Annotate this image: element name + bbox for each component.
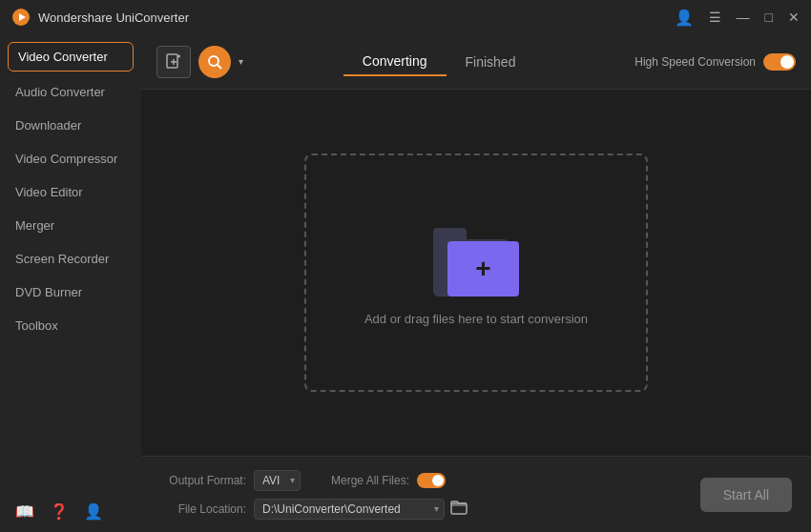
sidebar: Video Converter Audio Converter Download… <box>0 34 141 532</box>
merge-files-label: Merge All Files: <box>323 474 409 487</box>
sidebar-item-downloader[interactable]: Downloader <box>0 109 141 142</box>
menu-button[interactable]: ☰ <box>709 10 721 24</box>
sidebar-item-screen-recorder[interactable]: Screen Recorder <box>0 242 141 276</box>
high-speed-label: High Speed Conversion <box>634 55 756 69</box>
svg-point-7 <box>209 56 218 66</box>
close-button[interactable]: ✕ <box>788 10 800 24</box>
browse-folder-button[interactable] <box>450 500 468 519</box>
sidebar-item-video-compressor[interactable]: Video Compressor <box>0 142 141 175</box>
file-location-row: File Location: <box>160 499 681 520</box>
plus-icon: + <box>475 256 490 282</box>
file-location-input[interactable] <box>254 499 445 520</box>
folder-icon: + <box>433 220 519 297</box>
sidebar-bottom: 📖 ❓ 👤 <box>0 491 141 532</box>
sidebar-item-audio-converter[interactable]: Audio Converter <box>0 75 141 109</box>
app-icon <box>11 8 31 27</box>
drop-zone-container: + Add or drag files here to start conver… <box>141 90 811 456</box>
sidebar-item-merger[interactable]: Merger <box>0 209 141 242</box>
high-speed-conversion: High Speed Conversion <box>634 53 796 71</box>
file-location-select-wrap <box>254 499 445 520</box>
svg-line-8 <box>218 65 221 69</box>
app-title: Wondershare UniConverter <box>38 10 189 25</box>
merge-files-toggle[interactable] <box>417 473 446 488</box>
footer: Output Format: AVI Merge All Files: File… <box>141 456 811 532</box>
question-icon[interactable]: ❓ <box>50 502 69 521</box>
footer-fields: Output Format: AVI Merge All Files: File… <box>160 470 681 520</box>
profile-icon[interactable]: 👤 <box>84 502 103 521</box>
sidebar-item-toolbox[interactable]: Toolbox <box>0 309 141 342</box>
tab-finished[interactable]: Finished <box>447 48 535 76</box>
toolbar-tabs: Converting Finished <box>251 48 627 76</box>
titlebar-controls: 👤 ☰ — □ ✕ <box>675 9 800 27</box>
sidebar-item-video-converter[interactable]: Video Converter <box>8 42 134 72</box>
sidebar-item-dvd-burner[interactable]: DVD Burner <box>0 276 141 309</box>
dropdown-arrow-icon[interactable]: ▾ <box>239 56 243 67</box>
drop-text: Add or drag files here to start conversi… <box>364 312 588 326</box>
search-icon <box>206 53 223 71</box>
tab-converting[interactable]: Converting <box>343 48 447 76</box>
output-format-label: Output Format: <box>160 474 246 487</box>
output-format-row: Output Format: AVI Merge All Files: <box>160 470 681 491</box>
output-format-select-wrap: AVI <box>254 470 301 491</box>
folder-front: + <box>447 241 519 297</box>
file-path-wrap <box>254 499 468 520</box>
main-layout: Video Converter Audio Converter Download… <box>0 34 811 532</box>
user-icon[interactable]: 👤 <box>675 9 694 27</box>
book-icon[interactable]: 📖 <box>15 502 34 521</box>
file-add-icon <box>165 53 182 71</box>
file-location-label: File Location: <box>160 502 246 516</box>
maximize-button[interactable]: □ <box>765 10 773 24</box>
high-speed-toggle[interactable] <box>763 53 796 71</box>
folder-browse-icon <box>450 500 468 515</box>
minimize-button[interactable]: — <box>737 10 750 24</box>
sidebar-item-video-editor[interactable]: Video Editor <box>0 175 141 209</box>
titlebar: Wondershare UniConverter 👤 ☰ — □ ✕ <box>0 0 811 34</box>
titlebar-left: Wondershare UniConverter <box>11 8 189 27</box>
search-settings-button[interactable] <box>198 46 231 78</box>
start-all-button[interactable]: Start All <box>700 478 792 512</box>
toolbar: ▾ Converting Finished High Speed Convers… <box>141 34 811 90</box>
output-format-select[interactable]: AVI <box>254 470 301 491</box>
svg-rect-2 <box>167 54 177 68</box>
drop-zone[interactable]: + Add or drag files here to start conver… <box>304 153 648 392</box>
add-file-button[interactable] <box>156 46 191 78</box>
content: ▾ Converting Finished High Speed Convers… <box>141 34 811 532</box>
